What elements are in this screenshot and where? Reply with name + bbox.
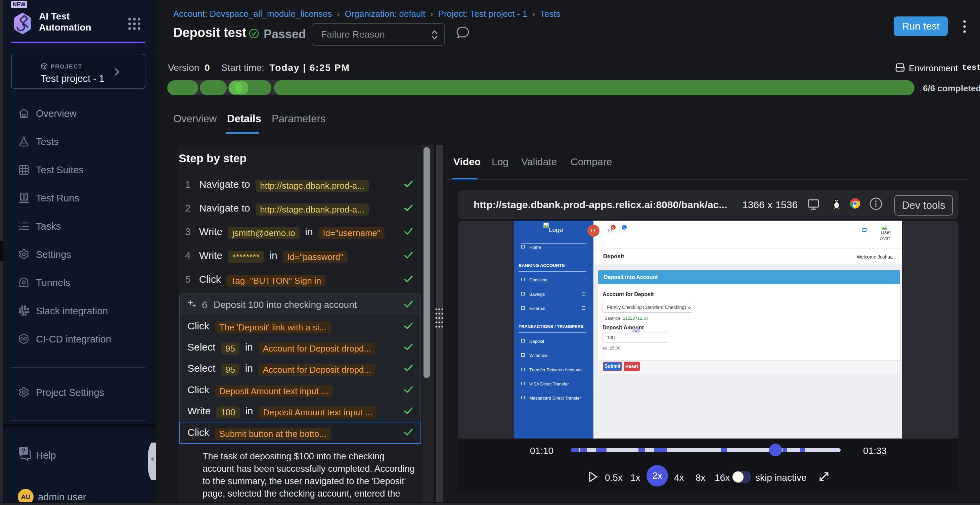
svg-text:?: ? [22,448,25,454]
